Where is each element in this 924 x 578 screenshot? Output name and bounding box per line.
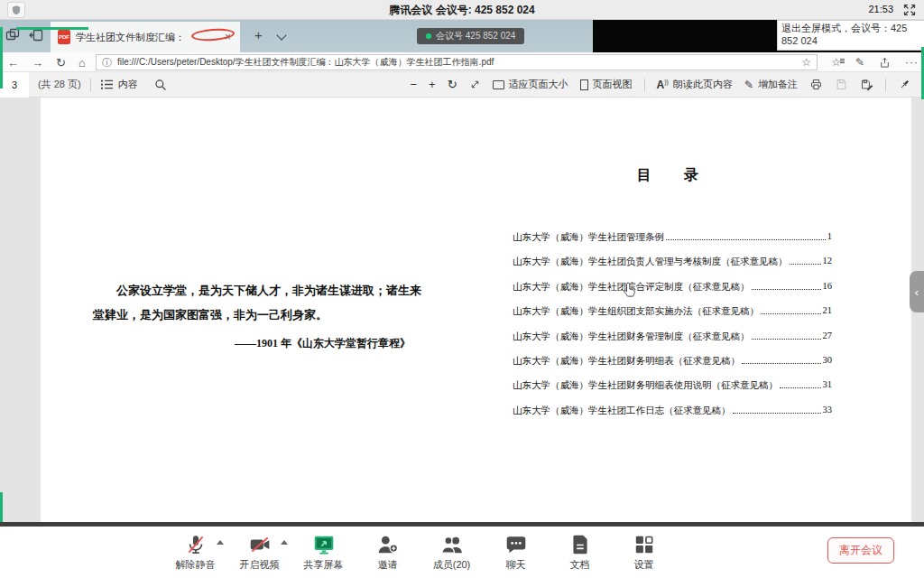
toc-entry[interactable]: 山东大学（威海）学生组织团支部实施办法（征求意见稿）21 (513, 303, 832, 328)
share-border-left-top (0, 27, 3, 89)
leave-meeting-button[interactable]: 离开会议 (827, 537, 894, 564)
mic-options-caret-icon[interactable] (217, 540, 224, 545)
meeting-top-bar: 腾讯会议 会议号: 425 852 024 21:53 (0, 0, 924, 20)
chevron-left-icon: ‹ (915, 285, 919, 299)
quote-line-2: 堂肄业，是为国家图富强，非为一己利身家。 (93, 303, 436, 327)
tab-list-chevron-icon[interactable] (276, 30, 286, 40)
more-menu-icon[interactable]: ··· (905, 56, 919, 69)
mouse-hand-cursor (622, 282, 636, 298)
rotate-icon[interactable]: ↻ (448, 78, 457, 91)
members-button[interactable]: 成员(20) (432, 533, 472, 572)
favorites-hub-icon[interactable]: ☆ (831, 56, 841, 69)
document-icon (568, 533, 592, 556)
address-bar[interactable]: ⓘ file:///C:/Users/peter/Desktop/学生社团文件制… (96, 54, 818, 70)
page-number-box (0, 72, 29, 98)
save-icon (835, 78, 848, 91)
zoom-out-icon[interactable]: − (411, 78, 418, 91)
contents-button[interactable]: 内容 (100, 78, 138, 91)
invite-button[interactable]: 邀请 (368, 533, 408, 572)
meeting-toolbar: 解除静音 开启视频 共享屏幕 (0, 527, 924, 578)
forward-icon[interactable]: → (32, 56, 43, 70)
toc-heading: 目 录 (513, 166, 832, 185)
add-note-button[interactable]: ✎ 增加备注 (744, 78, 798, 91)
docs-button[interactable]: 文档 (560, 533, 600, 572)
page-count-label: (共 28 页) (38, 78, 81, 91)
settings-grid-icon (633, 533, 656, 556)
microphone-muted-icon (184, 533, 208, 556)
pdf-content-area[interactable]: 公家设立学堂，是为天下储人才，非为诸生谋进取；诸生来 堂肄业，是为国家图富强，非… (0, 98, 924, 522)
fit-page-icon (493, 80, 504, 89)
exit-fullscreen-tooltip: 退出全屏模式，会议号：425 852 024 (777, 20, 924, 51)
search-icon[interactable] (154, 79, 167, 91)
exit-fullscreen-icon[interactable] (902, 3, 917, 17)
refresh-icon[interactable]: ↻ (56, 56, 66, 70)
toc-entry[interactable]: 山东大学（威海）学生社团工作日志（征求意见稿）33 (513, 403, 832, 427)
share-screen-button[interactable]: 共享屏幕 (304, 533, 344, 572)
add-note-label: 增加备注 (758, 78, 798, 91)
read-aloud-icon: A)) (657, 79, 669, 91)
page-number-input[interactable] (2, 79, 27, 90)
fit-page-button[interactable]: 适应页面大小 (493, 78, 568, 91)
share-border-left-bottom (0, 492, 3, 522)
toc-entry[interactable]: 山东大学（威海）学生社团财务管理制度（征求意见稿）27 (513, 329, 832, 353)
page-view-button[interactable]: 页面视图 (580, 78, 633, 91)
note-pen-icon: ✎ (744, 79, 753, 91)
share-screen-icon (312, 533, 336, 556)
start-video-button[interactable]: 开启视频 (240, 533, 280, 572)
toc-entry[interactable]: 山东大学（威海）学生社团财务明细表使用说明（征求意见稿）31 (513, 378, 832, 402)
page-view-label: 页面视图 (593, 78, 633, 91)
settings-button[interactable]: 设置 (624, 533, 664, 572)
chat-button[interactable]: 聊天 (496, 533, 536, 572)
fullscreen-expand-icon[interactable] (469, 79, 481, 90)
quote-line-1: 公家设立学堂，是为天下储人才，非为诸生谋进取；诸生来 (93, 278, 436, 303)
members-icon (440, 533, 464, 556)
clock: 21:53 (868, 4, 893, 14)
toc-entry[interactable]: 山东大学（威海）学生社团管理条例1 (513, 229, 832, 254)
new-tab-button[interactable]: + (254, 27, 263, 42)
pin-toolbar-icon[interactable] (898, 78, 911, 91)
save-as-icon[interactable] (860, 78, 873, 91)
contents-list-icon (100, 79, 114, 90)
share-icon[interactable] (879, 57, 891, 69)
url-text: file:///C:/Users/peter/Desktop/学生社团文件制度汇… (117, 56, 796, 69)
page-view-icon (580, 79, 588, 90)
pdf-pages: 公家设立学堂，是为天下储人才，非为诸生谋进取；诸生来 堂肄业，是为国家图富强，非… (41, 98, 911, 522)
quote-attribution: ——1901 年《山东大学堂暂行章程》 (93, 336, 411, 351)
chat-bubble-icon (504, 533, 528, 556)
contents-label: 内容 (118, 78, 138, 91)
set-tabs-aside-icon[interactable] (29, 28, 43, 42)
side-panel-collapse-handle[interactable]: ‹ (910, 271, 924, 312)
home-icon[interactable]: ⌂ (79, 56, 86, 70)
invite-person-icon (376, 533, 400, 556)
meeting-title: 腾讯会议 会议号: 425 852 024 (0, 3, 924, 18)
web-note-pen-icon[interactable]: ✎ (855, 56, 864, 69)
page-info-icon[interactable]: ⓘ (102, 56, 112, 70)
print-icon[interactable] (809, 78, 823, 91)
status-dot (426, 33, 431, 39)
read-aloud-label: 朗读此页内容 (673, 78, 733, 91)
video-options-caret-icon[interactable] (281, 540, 288, 545)
tab-preview-icon[interactable] (5, 28, 20, 42)
back-icon[interactable]: ← (7, 56, 19, 70)
meeting-id-pill[interactable]: 会议号 425 852 024 (417, 28, 524, 44)
table-of-contents: 山东大学（威海）学生社团管理条例1 山东大学（威海）学生社团负责人管理与考核制度… (513, 229, 832, 427)
browser-tab-row: PDF 学生社团文件制度汇编： × + 会议号 425 852 024 退出全屏… (0, 20, 924, 52)
pdf-file-icon: PDF (58, 30, 70, 44)
toc-entry[interactable]: 山东大学（威海）学生社团综合评定制度（征求意见稿）16 (513, 279, 832, 303)
toc-entry[interactable]: 山东大学（威海）学生社团财务明细表（征求意见稿）30 (513, 353, 832, 378)
toc-entry[interactable]: 山东大学（威海）学生社团负责人管理与考核制度（征求意见稿）12 (513, 254, 832, 278)
unmute-button[interactable]: 解除静音 (176, 533, 216, 572)
camera-off-icon (248, 533, 272, 556)
share-border-top-segment (16, 27, 88, 30)
tencent-meeting-screenshare-window: 腾讯会议 会议号: 425 852 024 21:53 PDF 学生社团文件制度… (0, 0, 924, 578)
meeting-id-text: 会议号 425 852 024 (436, 30, 515, 42)
pdf-toolbar: (共 28 页) 内容 − + ↻ 适应页面大小 页面视图 A)) (0, 72, 924, 98)
read-aloud-button[interactable]: A)) 朗读此页内容 (657, 78, 733, 91)
favorite-star-icon[interactable]: ☆ (801, 56, 811, 69)
document-quote: 公家设立学堂，是为天下储人才，非为诸生谋进取；诸生来 堂肄业，是为国家图富强，非… (93, 278, 436, 327)
zoom-in-icon[interactable]: + (429, 78, 436, 91)
browser-navigation-bar: ← → ↻ ⌂ ⓘ file:///C:/Users/peter/Desktop… (0, 52, 924, 72)
fit-page-label: 适应页面大小 (509, 78, 568, 91)
